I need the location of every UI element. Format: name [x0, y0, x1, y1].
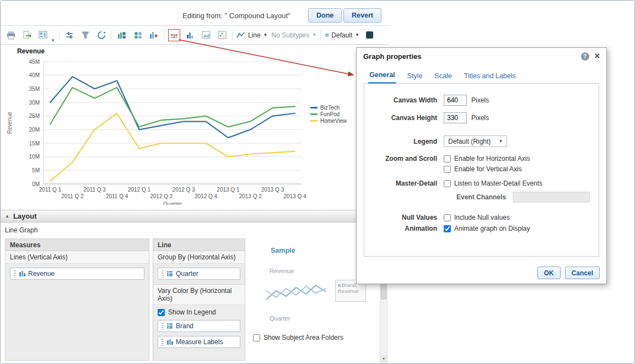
include-null-values-checkbox[interactable]: Include Null values: [444, 214, 510, 221]
toolbar-separator: [111, 30, 112, 40]
sample-y-label: Revenue: [270, 268, 294, 274]
canvas-width-input[interactable]: [444, 95, 467, 106]
pixels-label: Pixels: [471, 114, 489, 122]
tab-general[interactable]: General: [368, 69, 396, 84]
tab-style[interactable]: Style: [406, 70, 424, 83]
chevron-down-icon: ▼: [263, 32, 268, 37]
measure-pill-revenue[interactable]: Revenue: [10, 268, 144, 280]
graph-properties-icon[interactable]: xyz: [168, 29, 180, 41]
export-icon[interactable]: [21, 29, 33, 41]
svg-text:15M: 15M: [29, 140, 40, 146]
event-channels-input[interactable]: [513, 192, 590, 203]
graph-view: Revenue 0M5M10M15M20M25M30M35M40M45M2011…: [1, 45, 390, 210]
svg-text:5M: 5M: [32, 167, 40, 173]
svg-text:BizTech: BizTech: [320, 105, 340, 111]
filters-icon[interactable]: [79, 29, 92, 41]
editing-from-label: Editing from: " Compound Layout": [182, 12, 290, 20]
show-in-legend-checkbox[interactable]: Show In Legend: [158, 308, 240, 316]
svg-text:2013 Q 2: 2013 Q 2: [239, 193, 262, 199]
enable-vertical-axis-checkbox[interactable]: Enable for Vertical Axis: [444, 165, 530, 173]
dashboard-preview-icon[interactable]: [37, 29, 49, 41]
chevron-down-icon: ▼: [355, 32, 359, 37]
group-by-label: Group By (Horizontal Axis): [153, 251, 245, 264]
drag-grip-icon: [162, 270, 164, 278]
layout-panel-header[interactable]: ▲ Layout: [1, 210, 390, 222]
listen-master-detail-checkbox[interactable]: Listen to Master-Detail Events: [444, 180, 542, 187]
line-graph-icon: [236, 31, 245, 39]
vary-color-pill-measure-labels[interactable]: Measure Labels: [158, 336, 240, 348]
show-subject-area-folders-checkbox[interactable]: Show Subject Area Folders: [253, 334, 343, 341]
svg-text:2012 Q 3: 2012 Q 3: [173, 187, 196, 193]
animation-label: Animation: [364, 225, 437, 232]
svg-text:2013 Q 1: 2013 Q 1: [217, 187, 240, 193]
new-view-icon[interactable]: [116, 29, 128, 41]
svg-text:2012 Q 1: 2012 Q 1: [128, 187, 151, 193]
bar-graph-icon[interactable]: [184, 29, 196, 41]
enable-horizontal-axis-checkbox[interactable]: Enable for Horizontal Axis: [444, 155, 530, 162]
graph-type-select[interactable]: Line ▼: [236, 31, 268, 39]
application-window: Editing from: " Compound Layout" Done Re…: [0, 0, 635, 364]
svg-text:30M: 30M: [29, 100, 40, 106]
legend-label: Legend: [364, 138, 437, 145]
animate-graph-checkbox[interactable]: Animate graph on Display: [444, 225, 530, 232]
drag-grip-icon: [14, 270, 16, 278]
zoom-and-scroll-label: Zoom and Scroll: [364, 155, 437, 162]
sample-title: Sample: [271, 247, 295, 254]
vary-color-label: Vary Color By (Horizontal Axis): [153, 284, 245, 305]
sample-mini-chart: [265, 278, 330, 309]
graph-editor-toolbar: ▼ xyz: [1, 26, 390, 45]
prompts-icon[interactable]: [63, 29, 76, 41]
graph-style-select[interactable]: ≈ Default ▼: [325, 31, 359, 39]
tab-scale[interactable]: Scale: [433, 70, 453, 83]
duplicate-view-icon[interactable]: [132, 29, 144, 41]
svg-text:25M: 25M: [29, 113, 40, 119]
svg-text:45M: 45M: [29, 59, 40, 65]
dialog-tabs: General Style Scale Titles and Labels: [364, 69, 599, 84]
svg-text:HomeView: HomeView: [320, 118, 347, 124]
help-icon[interactable]: ?: [581, 52, 589, 61]
fill-color-icon[interactable]: [363, 29, 375, 41]
svg-text:2011 Q 3: 2011 Q 3: [84, 187, 106, 193]
graph-properties-dialog: Graph properties ? × General Style Scale…: [356, 47, 607, 284]
drag-grip-icon: [162, 339, 164, 346]
line-panel: Line Group By (Horizontal Axis) Quarter …: [153, 238, 245, 361]
legend-dropdown[interactable]: Default (Right) ▼: [444, 135, 507, 147]
canvas-width-label: Canvas Width: [364, 96, 437, 104]
toolbar-separator: [232, 30, 233, 40]
edit-header: Editing from: " Compound Layout" Done Re…: [1, 1, 390, 26]
canvas-height-input[interactable]: [444, 112, 467, 123]
column-icon: [166, 270, 173, 277]
done-button[interactable]: Done: [308, 8, 342, 23]
export-menu-caret-icon[interactable]: ▼: [51, 38, 55, 43]
svg-text:2011 Q 2: 2011 Q 2: [61, 193, 84, 199]
scatter-graph-icon[interactable]: [216, 29, 228, 41]
vary-color-pill-brand[interactable]: Brand: [158, 320, 240, 332]
drag-grip-icon: [162, 323, 164, 330]
toolbar-separator: [59, 30, 60, 40]
graph-subtype-select[interactable]: No Subtypes ▼: [272, 31, 317, 39]
dialog-titlebar: Graph properties ? ×: [357, 48, 606, 64]
lines-vertical-axis-label: Lines (Vertical Axis): [6, 251, 149, 264]
svg-text:2012 Q 4: 2012 Q 4: [195, 193, 218, 199]
tab-titles-and-labels[interactable]: Titles and Labels: [463, 70, 517, 83]
area-graph-icon[interactable]: [200, 29, 212, 41]
column-icon: [19, 270, 25, 277]
column-icon: [166, 323, 173, 329]
close-icon[interactable]: ×: [595, 52, 600, 61]
svg-text:10M: 10M: [29, 154, 40, 160]
ok-button[interactable]: OK: [537, 267, 561, 279]
master-detail-label: Master-Detail: [364, 180, 437, 187]
svg-text:2013 Q 3: 2013 Q 3: [261, 187, 284, 193]
revert-button[interactable]: Revert: [343, 8, 381, 23]
event-channels-label: Event Channels: [364, 193, 506, 201]
scroll-down-icon[interactable]: ▼: [380, 355, 387, 362]
svg-text:0M: 0M: [32, 181, 40, 187]
chevron-down-icon: ▼: [498, 139, 503, 144]
print-icon[interactable]: [5, 29, 17, 41]
cancel-button[interactable]: Cancel: [565, 267, 600, 279]
refresh-icon[interactable]: [95, 29, 107, 41]
group-by-pill-quarter[interactable]: Quarter: [158, 268, 240, 280]
svg-text:FunPod: FunPod: [320, 111, 340, 117]
delete-view-icon[interactable]: [148, 29, 160, 41]
svg-text:2012 Q 2: 2012 Q 2: [150, 193, 173, 199]
